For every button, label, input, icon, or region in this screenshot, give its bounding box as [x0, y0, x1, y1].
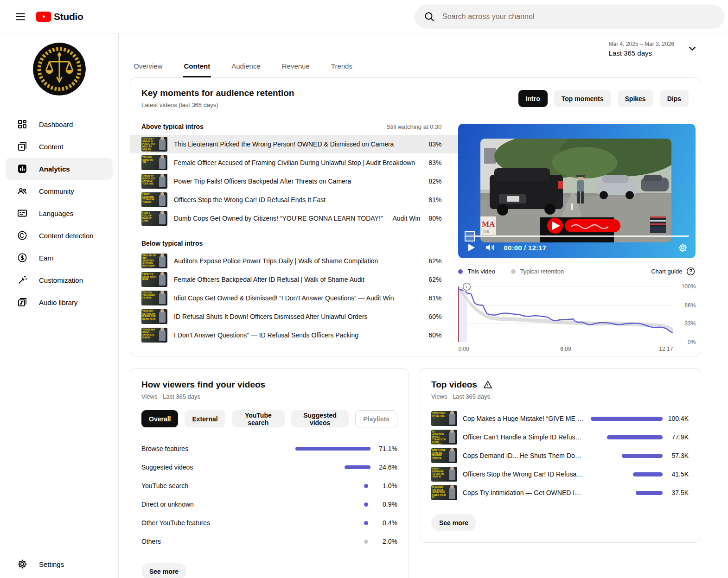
video-title: This Lieutenant Picked the Wrong Person!… [174, 140, 420, 148]
sidebar-item-settings[interactable]: Settings [6, 553, 113, 575]
traffic-percentage: 24.6% [370, 464, 397, 471]
filter-chip-top-moments[interactable]: Top moments [554, 90, 611, 107]
date-range-picker[interactable]: Mar 4, 2025 – Mar 3, 2026 Last 365 days [609, 41, 698, 57]
sidebar-item-content-detection[interactable]: Content detection [6, 224, 113, 247]
legend-label: Typical retention [520, 268, 564, 275]
sidebar-item-label: Community [39, 187, 74, 195]
sidebar-item-audio-library[interactable]: Audio library [6, 291, 113, 313]
traffic-chip-playlists[interactable]: Playlists [355, 410, 397, 427]
retention-video-row[interactable]: YOU’RE NOT GOING ANYWHERE ID NOWI Don’t … [130, 326, 458, 344]
warning-icon[interactable] [483, 380, 493, 390]
views-count: 77.9K [663, 433, 689, 441]
retention-video-row[interactable]: YOU ARE GOING TO JAILFemale Officer Accu… [130, 153, 458, 172]
sidebar-item-languages[interactable]: Languages [6, 202, 113, 224]
traffic-source-row[interactable]: Browse features71.1% [141, 439, 397, 458]
sidebar-item-dashboard[interactable]: Dashboard [6, 113, 113, 135]
top-video-row[interactable]: YOU F*CKED UP BIG TIMECop Makes a Huge M… [431, 409, 689, 428]
traffic-source-label: Others [141, 538, 289, 545]
traffic-source-row[interactable]: Other YouTube features0.4% [141, 514, 397, 532]
traffic-source-row[interactable]: Others2.0% [141, 532, 397, 551]
traffic-chip-youtube-search[interactable]: YouTube search [232, 410, 285, 427]
views-count: 100.4K [663, 415, 689, 422]
tab-content[interactable]: Content [183, 56, 211, 77]
sidebar-item-analytics[interactable]: Analytics [6, 158, 113, 180]
filter-chip-spikes[interactable]: Spikes [618, 90, 653, 107]
sidebar-item-customization[interactable]: Customization [6, 269, 113, 291]
retention-percentage: 62% [420, 257, 441, 265]
legend-typical-retention[interactable]: Typical retention [511, 268, 564, 275]
retention-video-row[interactable]: I DON’T FOLLOW MADE UP LAWSDumb Cops Get… [130, 209, 458, 228]
video-frame: MA IVE [480, 139, 671, 242]
card-subtitle: Views · Last 365 days [141, 393, 397, 400]
video-title: Officers Stop the Wrong Car! ID Refusal … [463, 470, 584, 478]
filter-chip-intro[interactable]: Intro [518, 90, 548, 107]
top-video-row[interactable]: PLEADING THE 5TH IS SUSPICIOUS I NEED YO… [431, 483, 689, 502]
retention-video-row[interactable]: YOU CAN TALK WHEN I’M DONEIdiot Cops Get… [130, 289, 458, 307]
retention-percentage: 62% [420, 276, 441, 283]
retention-percentage: 80% [420, 215, 441, 222]
play-icon[interactable] [466, 242, 477, 253]
content-detection-icon [17, 230, 28, 241]
chart-guide-link[interactable]: Chart guide [651, 267, 696, 276]
channel-avatar[interactable] [33, 43, 86, 95]
video-thumbnail: YOU F*CKED UP BIG TIME [431, 411, 457, 426]
traffic-source-label: Direct or unknown [141, 501, 289, 508]
views-bar [607, 435, 663, 439]
top-video-row[interactable]: ID ADDICTION MAKES TYRANT COP START SHAK… [431, 428, 689, 446]
x-axis-labels: 0:006:0912:17 [458, 346, 673, 356]
player-progress-bar[interactable] [465, 235, 689, 237]
retention-chart[interactable]: 100%66%33%0% 0:006:0912:17 [458, 286, 696, 356]
traffic-chip-external[interactable]: External [185, 410, 225, 427]
date-period-text: Last 365 days [609, 49, 674, 57]
retention-video-row[interactable]: YOUR NOT GETTING MY ID NOW GIVE ME MY KE… [130, 307, 458, 326]
sidebar-item-earn[interactable]: Earn [6, 247, 113, 269]
chevron-down-icon [686, 42, 698, 56]
top-video-row[interactable]: I WANT EVERYONE TO GIVE ME THEIR IDOffic… [431, 465, 689, 483]
retention-video-row[interactable]: I WANT TO KNOW YOUR NAMEFemale Officers … [130, 270, 458, 289]
traffic-source-row[interactable]: YouTube search1.0% [141, 476, 397, 495]
traffic-source-row[interactable]: Suggested videos24.6% [141, 458, 397, 476]
top-video-row[interactable]: DON’T COME AT ME NO WONDER YOU FAILCops … [431, 446, 689, 465]
video-title: Officer Can’t Handle a Simple ID Refusal… [463, 433, 584, 441]
tab-revenue[interactable]: Revenue [281, 56, 311, 77]
video-thumbnail: YOU ARE GOING TO JAIL [141, 155, 167, 170]
channel-search[interactable] [415, 5, 724, 29]
tab-trends[interactable]: Trends [330, 56, 353, 77]
traffic-source-label: Suggested videos [141, 464, 289, 471]
video-thumbnail: YOU CAN TALK WHEN I’M DONE [141, 291, 167, 305]
retention-video-row[interactable]: I WANT EVERYONE TO GIVE ME THEIR IDOffic… [130, 191, 458, 209]
retention-video-row[interactable]: YOU CAN’T SWEAR IN PUBLIC YOU NEED TO GI… [130, 135, 458, 153]
sidebar-item-label: Settings [39, 560, 64, 568]
player-settings-icon[interactable] [677, 242, 688, 253]
menu-icon[interactable] [11, 7, 30, 26]
youtube-play-icon [36, 12, 51, 22]
legend-dot-typical [511, 269, 516, 274]
chart-legend: This video Typical retention Chart guide [458, 267, 696, 276]
retention-video-row[interactable]: OBEY ME OR GET ARRESTED SIT DOWN RIGHT N… [130, 252, 458, 270]
retention-video-row[interactable]: I KNOW MY RIGHTS YOU EXPOSED YOUR JOBPow… [130, 172, 458, 191]
top-videos-see-more-button[interactable]: See more [431, 514, 476, 531]
traffic-chip-suggested-videos[interactable]: Suggested videos [291, 410, 349, 427]
traffic-chip-overall[interactable]: Overall [141, 410, 178, 427]
traffic-see-more-button[interactable]: See more [141, 563, 186, 578]
gear-icon [17, 559, 28, 570]
traffic-percentage: 0.9% [370, 501, 397, 508]
info-icon[interactable] [462, 282, 472, 292]
languages-icon [17, 208, 28, 219]
video-player[interactable]: MA IVE [458, 124, 696, 258]
player-time: 00:00 / 12:17 [504, 244, 546, 252]
sidebar-item-label: Analytics [39, 165, 70, 173]
tab-audience[interactable]: Audience [230, 56, 262, 77]
youtube-studio-logo[interactable]: Studio [36, 11, 83, 22]
search-input[interactable] [441, 12, 715, 21]
sidebar-item-content[interactable]: Content [6, 135, 113, 158]
filter-chip-dips[interactable]: Dips [660, 90, 689, 107]
traffic-source-row[interactable]: Direct or unknown0.9% [141, 495, 397, 514]
sidebar-item-community[interactable]: Community [6, 180, 113, 202]
traffic-bar [345, 465, 370, 469]
tab-overview[interactable]: Overview [133, 56, 164, 77]
legend-this-video[interactable]: This video [458, 268, 495, 275]
sidebar-item-label: Dashboard [39, 121, 73, 128]
retention-preview-pane: MA IVE [458, 118, 707, 356]
volume-icon[interactable] [484, 241, 496, 254]
